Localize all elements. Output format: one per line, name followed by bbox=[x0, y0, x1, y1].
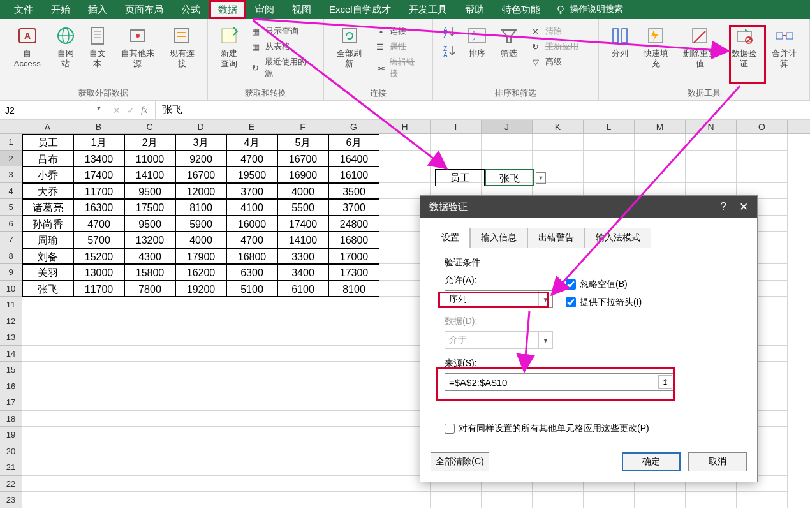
col-M[interactable]: M bbox=[635, 120, 686, 133]
cell[interactable] bbox=[277, 362, 328, 378]
dialog-close-button[interactable]: ✕ bbox=[739, 200, 748, 214]
cell[interactable] bbox=[22, 411, 73, 427]
cell[interactable]: 19200 bbox=[175, 281, 226, 297]
row-header[interactable]: 14 bbox=[0, 346, 22, 362]
cell[interactable] bbox=[73, 394, 124, 411]
cell[interactable]: 16400 bbox=[328, 151, 379, 167]
cell[interactable]: 17400 bbox=[277, 216, 328, 232]
cell[interactable]: 4300 bbox=[124, 248, 175, 265]
dialog-help-button[interactable]: ? bbox=[721, 200, 726, 214]
cell[interactable] bbox=[277, 411, 328, 427]
cell[interactable] bbox=[379, 166, 431, 183]
cell[interactable] bbox=[686, 151, 737, 167]
cell[interactable] bbox=[584, 151, 635, 167]
cell[interactable] bbox=[584, 166, 635, 183]
cell[interactable] bbox=[328, 394, 379, 411]
cell[interactable]: 16100 bbox=[328, 166, 379, 183]
cell[interactable] bbox=[328, 313, 379, 330]
cell[interactable] bbox=[328, 476, 379, 492]
cell[interactable] bbox=[482, 134, 533, 151]
cell[interactable] bbox=[431, 151, 482, 167]
ok-button[interactable]: 确定 bbox=[622, 452, 681, 471]
cell[interactable]: 6300 bbox=[226, 264, 277, 281]
cell[interactable]: 5100 bbox=[226, 281, 277, 297]
cell[interactable]: 3700 bbox=[328, 199, 379, 216]
cell[interactable]: 3月 bbox=[175, 134, 226, 151]
cell[interactable] bbox=[328, 427, 379, 443]
cell[interactable]: 6100 bbox=[277, 281, 328, 297]
cell[interactable] bbox=[73, 378, 124, 395]
range-picker-icon[interactable]: ↥ bbox=[658, 375, 672, 389]
tab-data[interactable]: 数据 bbox=[209, 0, 246, 19]
cell[interactable]: 19500 bbox=[226, 166, 277, 183]
cell[interactable] bbox=[737, 134, 788, 151]
cell[interactable] bbox=[431, 134, 482, 151]
cell[interactable] bbox=[226, 378, 277, 395]
clear-all-button[interactable]: 全部清除(C) bbox=[431, 452, 489, 471]
cell[interactable]: 16200 bbox=[175, 264, 226, 281]
cell[interactable] bbox=[175, 492, 226, 508]
edit-links-button[interactable]: ⫘编辑链接 bbox=[372, 55, 425, 80]
tab-features[interactable]: 特色功能 bbox=[493, 0, 549, 19]
cell[interactable]: 4000 bbox=[277, 183, 328, 200]
cell[interactable]: 16700 bbox=[175, 166, 226, 183]
cell[interactable] bbox=[73, 411, 124, 427]
cell[interactable]: 4700 bbox=[226, 232, 277, 248]
cell[interactable]: 17400 bbox=[73, 166, 124, 183]
col-I[interactable]: I bbox=[431, 120, 482, 133]
cell[interactable] bbox=[73, 313, 124, 330]
filter-button[interactable]: 筛选 bbox=[493, 22, 525, 82]
from-text-button[interactable]: 自文本 bbox=[82, 22, 114, 82]
col-A[interactable]: A bbox=[22, 120, 73, 133]
cancel-formula-button[interactable]: ✕ bbox=[113, 105, 121, 115]
tab-formula[interactable]: 公式 bbox=[172, 0, 209, 19]
cell[interactable]: 员工 bbox=[22, 134, 73, 151]
cell[interactable] bbox=[124, 443, 175, 460]
cell[interactable] bbox=[73, 297, 124, 313]
tab-help[interactable]: 帮助 bbox=[456, 0, 493, 19]
reapply-button[interactable]: ↻重新应用 bbox=[527, 40, 581, 54]
col-G[interactable]: G bbox=[328, 120, 379, 133]
dialog-tab-input-msg[interactable]: 输入信息 bbox=[470, 228, 527, 248]
cell[interactable] bbox=[175, 476, 226, 492]
row-header[interactable]: 5 bbox=[0, 199, 22, 216]
cell[interactable]: 14100 bbox=[277, 232, 328, 248]
cell[interactable] bbox=[124, 411, 175, 427]
sort-desc-icon[interactable]: ZA bbox=[442, 43, 457, 59]
cell[interactable] bbox=[73, 443, 124, 460]
cell[interactable]: 诸葛亮 bbox=[22, 199, 73, 216]
cell[interactable] bbox=[277, 427, 328, 443]
cell[interactable] bbox=[73, 427, 124, 443]
cell[interactable] bbox=[328, 378, 379, 395]
col-D[interactable]: D bbox=[175, 120, 226, 133]
col-H[interactable]: H bbox=[379, 120, 431, 133]
cell[interactable] bbox=[124, 362, 175, 378]
row-header[interactable]: 19 bbox=[0, 427, 22, 443]
cell[interactable] bbox=[175, 346, 226, 362]
flash-fill-button[interactable]: 快速填充 bbox=[636, 22, 676, 82]
cell[interactable] bbox=[533, 151, 584, 167]
cell[interactable]: 张飞 bbox=[22, 281, 73, 297]
row-header[interactable]: 9 bbox=[0, 264, 22, 281]
cancel-button[interactable]: 取消 bbox=[688, 452, 747, 471]
cell[interactable] bbox=[22, 427, 73, 443]
confirm-formula-button[interactable]: ✓ bbox=[127, 105, 135, 115]
cell[interactable]: 11700 bbox=[73, 183, 124, 200]
refresh-all-button[interactable]: 全部刷新 bbox=[329, 22, 369, 82]
cell[interactable]: 17900 bbox=[175, 248, 226, 265]
cell[interactable]: 周瑜 bbox=[22, 232, 73, 248]
cell[interactable]: 17000 bbox=[328, 248, 379, 265]
cell[interactable] bbox=[379, 134, 431, 151]
cell[interactable] bbox=[328, 346, 379, 362]
cell[interactable]: 4700 bbox=[226, 151, 277, 167]
cell[interactable]: 4000 bbox=[175, 232, 226, 248]
dialog-tab-settings[interactable]: 设置 bbox=[431, 228, 470, 248]
row-header[interactable]: 3 bbox=[0, 166, 22, 183]
cell[interactable] bbox=[22, 297, 73, 313]
cell[interactable]: 4100 bbox=[226, 199, 277, 216]
cell[interactable]: 16800 bbox=[328, 232, 379, 248]
cell[interactable] bbox=[328, 329, 379, 346]
cell[interactable] bbox=[379, 151, 431, 167]
cell[interactable] bbox=[277, 476, 328, 492]
tell-me-search[interactable]: 操作说明搜索 bbox=[556, 4, 623, 15]
